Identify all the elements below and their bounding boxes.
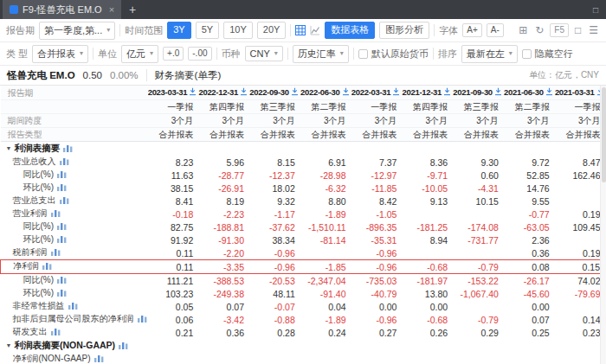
- section-label[interactable]: ▼利润表摘要: [1, 142, 148, 156]
- span-cell: 3个月: [402, 114, 453, 128]
- new-tab-button[interactable]: +: [129, 3, 136, 16]
- scrollbar-thumb[interactable]: [602, 87, 606, 182]
- font-increase-button[interactable]: A+: [462, 23, 482, 37]
- section-label[interactable]: ▼利润表摘要(NON-GAAP): [1, 339, 148, 353]
- section-row[interactable]: ▼利润表摘要(NON-GAAP): [1, 339, 606, 353]
- empty-header-label: [1, 100, 148, 114]
- value-cell: 9.72: [504, 156, 555, 169]
- column-download-icon[interactable]: [443, 88, 451, 98]
- column-download-icon[interactable]: [494, 88, 502, 98]
- row-label-text: 营业总收入: [13, 156, 56, 166]
- divider: [434, 24, 435, 36]
- range-10y-button[interactable]: 10Y: [223, 22, 253, 38]
- collapse-icon[interactable]: ▼: [6, 145, 12, 151]
- column-download-icon[interactable]: [240, 88, 248, 98]
- mini-chart-icon[interactable]: [60, 157, 69, 167]
- mini-chart-icon[interactable]: [60, 196, 69, 206]
- value-cell: -3.42: [198, 313, 249, 326]
- value-cell: -4.31: [453, 182, 504, 195]
- statement-type-value: 合并报表: [37, 48, 75, 61]
- app-window: { "colors": { "accent_blue": "#2d7ff0", …: [0, 0, 606, 364]
- value-cell: -181.25: [402, 220, 453, 233]
- chart-analysis-button[interactable]: 图形分析: [379, 22, 429, 38]
- currency-select[interactable]: CNY ▾: [245, 46, 283, 61]
- statement-type-select[interactable]: 合并报表 ▾: [32, 45, 88, 63]
- sort-select[interactable]: 最新在左 ▾: [461, 45, 518, 63]
- column-download-icon[interactable]: [342, 88, 350, 98]
- row-label: 同比(%): [1, 220, 148, 233]
- section-row[interactable]: ▼利润表摘要: [1, 142, 606, 156]
- column-date-header: 2022-12-31: [198, 86, 249, 100]
- value-cell: 52.85: [504, 169, 555, 182]
- cell-empty: [249, 142, 300, 156]
- mini-chart-icon[interactable]: [51, 209, 61, 219]
- refresh-icon[interactable]: ↻: [533, 25, 545, 35]
- mini-chart-icon[interactable]: [68, 302, 78, 311]
- value-cell: -1.89: [300, 208, 351, 220]
- column-date: 2023-03-31: [148, 87, 188, 97]
- font-decrease-button[interactable]: A-: [487, 23, 504, 37]
- hide-empty-rows-checkbox[interactable]: 隐藏空行: [522, 48, 573, 61]
- value-cell: -188.81: [198, 220, 249, 233]
- range-5y-button[interactable]: 5Y: [196, 22, 219, 38]
- mini-chart-icon[interactable]: [57, 170, 67, 180]
- mini-chart-icon[interactable]: [57, 235, 67, 245]
- fx-rate-select[interactable]: 历史汇率 ▾: [293, 45, 349, 63]
- mini-chart-icon[interactable]: [94, 354, 104, 364]
- range-20y-button[interactable]: 20Y: [257, 22, 287, 38]
- app-tab[interactable]: F9-怪兽充电 EM.O ×: [3, 0, 121, 19]
- unit-select[interactable]: 亿元 ▾: [121, 45, 158, 63]
- column-download-icon[interactable]: [545, 88, 553, 98]
- row-label-text: 环比(%): [23, 182, 55, 192]
- quarter-name-cell: 第二季报: [300, 100, 351, 114]
- span-cell: 3个月: [198, 114, 249, 128]
- column-download-icon[interactable]: [392, 88, 400, 98]
- mini-chart-icon[interactable]: [119, 342, 128, 351]
- mini-chart-icon[interactable]: [138, 315, 147, 324]
- popout-window-icon[interactable]: □: [573, 25, 583, 35]
- checkbox-icon[interactable]: [358, 49, 368, 59]
- value-cell: 91.92: [148, 233, 199, 246]
- menu-icon[interactable]: ☰: [587, 25, 600, 35]
- value-cell: 9.30: [453, 156, 504, 169]
- mini-chart-icon[interactable]: [57, 183, 67, 193]
- divider: [290, 24, 291, 36]
- value-cell: 8.23: [148, 156, 199, 169]
- quarter-name-cell: 一季报: [351, 100, 403, 114]
- mini-chart-icon[interactable]: [51, 248, 61, 258]
- report-period-select[interactable]: 第一季度,第... ▾: [39, 22, 115, 40]
- grid-layout-icon[interactable]: ⊞: [517, 25, 529, 35]
- data-table-button[interactable]: 数据表格: [325, 22, 375, 38]
- collapse-icon[interactable]: ▼: [6, 342, 12, 348]
- column-date-header: 2023-03-31: [148, 86, 199, 100]
- value-cell: 0.60: [453, 169, 504, 182]
- value-cell: 8.19: [198, 195, 249, 208]
- column-download-icon[interactable]: [189, 88, 197, 98]
- cell-empty: [453, 142, 504, 156]
- window-control-icon[interactable]: □: [593, 5, 598, 15]
- column-download-icon[interactable]: [291, 88, 299, 98]
- mini-chart-icon[interactable]: [57, 276, 67, 285]
- value-cell: 0.19: [555, 208, 606, 220]
- value-cell: -26.91: [198, 182, 249, 195]
- original-currency-checkbox[interactable]: 默认原始货币: [358, 48, 429, 61]
- table-view-icon[interactable]: [295, 25, 306, 35]
- quarter-name-cell: 第三季报: [453, 100, 504, 114]
- mini-chart-icon[interactable]: [57, 222, 67, 232]
- tab-close-icon[interactable]: ×: [109, 4, 114, 15]
- checkbox-icon[interactable]: [522, 49, 532, 59]
- mini-chart-icon[interactable]: [63, 144, 73, 154]
- decimal-decrease-button[interactable]: -.00: [188, 47, 211, 61]
- range-3y-button[interactable]: 3Y: [167, 22, 190, 38]
- cell-empty: [453, 339, 504, 353]
- mini-chart-icon[interactable]: [42, 262, 52, 271]
- column-date: 2021-06-30: [504, 87, 544, 97]
- chart-view-icon[interactable]: [310, 25, 320, 35]
- refresh-f5-button[interactable]: F5: [550, 23, 569, 37]
- vertical-scrollbar[interactable]: [600, 86, 606, 364]
- mini-chart-icon[interactable]: [57, 289, 67, 298]
- value-cell: [453, 246, 504, 260]
- decimal-increase-button[interactable]: +.0: [163, 47, 184, 61]
- row-label: 净利润: [1, 260, 148, 274]
- mini-chart-icon[interactable]: [51, 328, 61, 337]
